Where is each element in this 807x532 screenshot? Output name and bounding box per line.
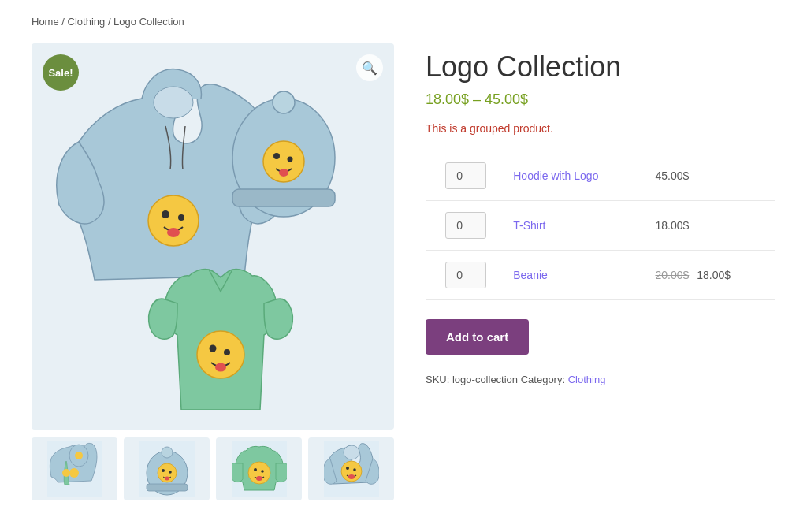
svg-point-3 bbox=[178, 214, 184, 221]
breadcrumb-current: Logo Collection bbox=[113, 16, 184, 28]
svg-point-28 bbox=[165, 477, 169, 481]
thumbnail-4[interactable] bbox=[308, 437, 394, 500]
svg-point-1 bbox=[148, 195, 199, 246]
svg-point-35 bbox=[344, 445, 359, 459]
product-layout: Sale! 🔍 bbox=[32, 43, 775, 500]
qty-cell bbox=[426, 151, 505, 201]
thumbnail-1[interactable] bbox=[32, 437, 117, 500]
svg-point-24 bbox=[162, 447, 173, 458]
svg-point-7 bbox=[273, 91, 295, 113]
svg-point-26 bbox=[162, 469, 165, 472]
zoom-icon[interactable]: 🔍 bbox=[356, 54, 383, 81]
svg-point-10 bbox=[288, 157, 293, 162]
svg-rect-23 bbox=[147, 484, 188, 491]
table-row: T-Shirt 18.00$ bbox=[426, 201, 775, 251]
svg-point-13 bbox=[210, 345, 217, 352]
tshirt-link[interactable]: T-Shirt bbox=[513, 219, 545, 232]
svg-point-32 bbox=[261, 470, 264, 473]
svg-point-31 bbox=[254, 468, 257, 471]
beanie-sale-price: 18.00$ bbox=[697, 269, 731, 281]
tshirt-illustration bbox=[149, 270, 293, 410]
product-info: Logo Collection 18.00$ – 45.00$ This is … bbox=[426, 43, 775, 385]
product-name-cell: Beanie bbox=[505, 251, 647, 300]
table-row: Beanie 20.00$ 18.00$ bbox=[426, 251, 775, 300]
breadcrumb-clothing[interactable]: Clothing bbox=[68, 16, 106, 28]
svg-point-11 bbox=[279, 169, 288, 177]
svg-point-33 bbox=[256, 476, 262, 481]
svg-point-19 bbox=[75, 452, 83, 459]
breadcrumb-home[interactable]: Home bbox=[32, 16, 59, 28]
thumbnail-2[interactable] bbox=[124, 437, 210, 500]
svg-point-38 bbox=[353, 468, 356, 471]
svg-point-18 bbox=[69, 468, 79, 478]
sku-value: logo-collection bbox=[452, 374, 518, 385]
beanie-original-price: 20.00$ bbox=[655, 269, 689, 281]
main-image: Sale! 🔍 bbox=[32, 43, 394, 430]
product-name-cell: Hoodie with Logo bbox=[505, 151, 647, 201]
hoodie-price: 45.00$ bbox=[647, 151, 775, 201]
product-table: Hoodie with Logo 45.00$ T-Shirt bbox=[426, 151, 775, 300]
tshirt-qty-input[interactable] bbox=[445, 212, 486, 239]
product-title: Logo Collection bbox=[426, 50, 775, 84]
svg-point-37 bbox=[346, 467, 349, 470]
page-wrapper: Home / Clothing / Logo Collection Sale! … bbox=[0, 0, 807, 532]
svg-point-0 bbox=[154, 87, 193, 118]
price-range: 18.00$ – 45.00$ bbox=[426, 91, 775, 108]
qty-cell bbox=[426, 201, 505, 251]
beanie-price: 20.00$ 18.00$ bbox=[647, 251, 775, 300]
grouped-notice: This is a grouped product. bbox=[426, 122, 775, 135]
hoodie-link[interactable]: Hoodie with Logo bbox=[513, 169, 598, 182]
category-link[interactable]: Clothing bbox=[568, 374, 606, 385]
category-label: Category: bbox=[521, 374, 565, 385]
product-meta: SKU: logo-collection Category: Clothing bbox=[426, 374, 775, 385]
product-gallery: Sale! 🔍 bbox=[32, 43, 394, 500]
add-to-cart-button[interactable]: Add to cart bbox=[426, 319, 529, 355]
beanie-link[interactable]: Beanie bbox=[513, 269, 548, 281]
svg-point-14 bbox=[224, 349, 230, 355]
svg-point-20 bbox=[62, 469, 70, 477]
tshirt-price: 18.00$ bbox=[647, 201, 775, 251]
product-main-image-svg bbox=[55, 63, 370, 410]
product-name-cell: T-Shirt bbox=[505, 201, 647, 251]
svg-point-39 bbox=[348, 474, 355, 479]
svg-rect-6 bbox=[232, 189, 335, 206]
sale-badge: Sale! bbox=[43, 54, 79, 91]
thumbnail-row bbox=[32, 437, 394, 500]
beanie-qty-input[interactable] bbox=[445, 262, 486, 288]
breadcrumb: Home / Clothing / Logo Collection bbox=[32, 16, 775, 28]
hoodie-qty-input[interactable] bbox=[445, 162, 486, 189]
thumbnail-3[interactable] bbox=[216, 437, 302, 500]
svg-point-15 bbox=[215, 363, 226, 372]
svg-point-27 bbox=[169, 471, 172, 474]
qty-cell bbox=[426, 251, 505, 300]
sku-label: SKU: bbox=[426, 374, 449, 385]
table-row: Hoodie with Logo 45.00$ bbox=[426, 151, 775, 201]
